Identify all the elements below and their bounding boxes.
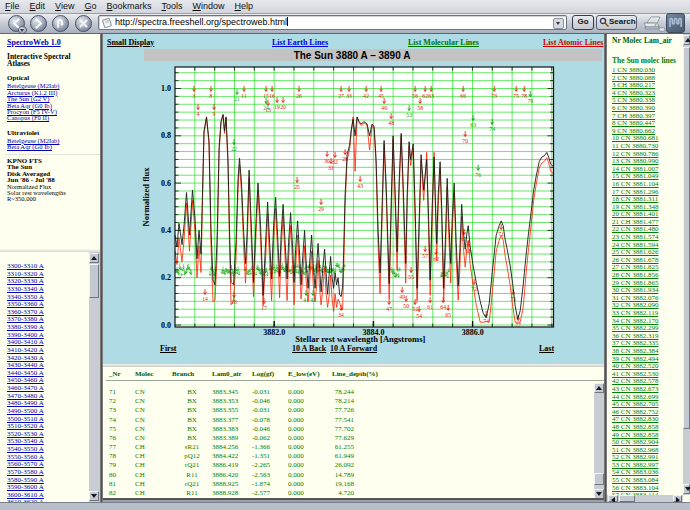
frameset: SpectroWeb 1.0 Interactive SpectralAtlas… (0, 34, 690, 502)
last-link[interactable]: Last (539, 344, 554, 353)
menu-edit[interactable]: Edit (25, 0, 51, 11)
table-cell: pQ12 (172, 452, 212, 461)
scroll-down-arrow[interactable] (683, 484, 690, 494)
svg-text:66: 66 (460, 93, 466, 99)
uv-atlas-link[interactable]: Beta Aqr (G0 Ib) (7, 144, 99, 150)
scroll-thumb[interactable] (594, 473, 604, 485)
table-header--nr: _Nr (106, 370, 135, 381)
sidebar-divider (5, 154, 100, 155)
molec-list-hscrollbar[interactable] (607, 495, 683, 502)
table-cell: CN (135, 388, 172, 397)
table-filler-cell (354, 406, 604, 415)
ranges-scrollbar[interactable] (89, 252, 100, 502)
table-cell: -0.046 (252, 425, 288, 434)
svg-text:46: 46 (381, 105, 387, 111)
svg-text:62: 62 (422, 93, 428, 99)
stop-button[interactable] (75, 15, 92, 32)
menu-bookmarks[interactable]: Bookmarks (101, 0, 156, 11)
table-cell: 77.726 (332, 406, 354, 415)
reload-icon (55, 18, 66, 29)
table-cell: 78.214 (332, 397, 354, 406)
svg-text:29: 29 (318, 206, 324, 212)
svg-text:73: 73 (491, 93, 497, 99)
scroll-thumb[interactable] (89, 264, 99, 298)
svg-text:74: 74 (489, 126, 495, 132)
list-molecular-lines-link[interactable]: List Molecular Lines (408, 38, 479, 47)
scroll-up-arrow[interactable] (594, 383, 604, 393)
optical-atlas-link[interactable]: Canopus (F0 II) (7, 115, 99, 121)
scroll-up-arrow[interactable] (89, 253, 99, 263)
frame-border-right[interactable] (604, 34, 607, 502)
search-button[interactable]: Search (596, 15, 637, 30)
scroll-thumb[interactable] (683, 47, 690, 429)
table-row: 80CHR113886.420-2.5630.00014.789 (106, 471, 604, 480)
scroll-thumb[interactable] (619, 495, 635, 502)
table-cell: 77.541 (332, 416, 354, 425)
svg-text:0.4: 0.4 (161, 226, 171, 235)
table-bottom-border (103, 498, 604, 500)
back-10a-link[interactable]: 10 A Back (292, 344, 326, 353)
title-band: The Sun 3880 A – 3890 A (144, 49, 602, 61)
url-dropdown-button[interactable] (553, 18, 564, 29)
svg-text:79: 79 (527, 98, 533, 104)
frame-border-main-horizontal[interactable] (103, 364, 604, 367)
first-link[interactable]: First (160, 344, 176, 353)
menu-window[interactable]: Window (187, 0, 229, 11)
forward-icon (33, 18, 44, 29)
frame-border-left-horizontal[interactable] (0, 249, 100, 252)
go-button[interactable]: Go (572, 15, 594, 30)
svg-text:0.2: 0.2 (161, 273, 171, 282)
stop-icon (78, 18, 89, 29)
browser-window: FileEditViewGoBookmarksToolsWindowHelp (0, 0, 690, 510)
table-cell: rQ21 (172, 461, 212, 470)
table-scrollbar[interactable] (594, 383, 604, 500)
menu-go[interactable]: Go (79, 0, 101, 11)
menu-file[interactable]: File (0, 0, 25, 11)
menu-view[interactable]: View (50, 0, 79, 11)
small-display-link[interactable]: Small Display (107, 38, 154, 47)
svg-text:16: 16 (269, 93, 275, 99)
svg-text:54: 54 (416, 313, 422, 319)
table-cell: CH (135, 443, 172, 452)
svg-text:70: 70 (462, 138, 468, 144)
throbber[interactable] (666, 13, 685, 33)
table-row: 72CNBX3883.353-0.0460.00078.214 (106, 397, 604, 406)
scroll-down-arrow[interactable] (89, 491, 99, 501)
frame-border-left[interactable] (100, 34, 103, 502)
table-filler-cell (354, 388, 604, 397)
table-cell: 3883.353 (212, 397, 252, 406)
scroll-left-arrow[interactable] (608, 495, 618, 502)
svg-text:48: 48 (388, 120, 394, 126)
spectroweb-home-link[interactable]: SpectroWeb 1.0 (7, 38, 99, 47)
table-cell: 3883.377 (212, 416, 252, 425)
svg-text:21: 21 (234, 96, 240, 102)
table-cell: 0.000 (288, 397, 332, 406)
svg-text:43: 43 (357, 183, 363, 189)
svg-text:26: 26 (296, 93, 302, 99)
table-filler-cell (354, 452, 604, 461)
scroll-up-arrow[interactable] (683, 35, 690, 45)
table-cell: 61.255 (332, 443, 354, 452)
list-atomic-lines-link[interactable]: List Atomic Lines (543, 38, 603, 47)
menu-tools[interactable]: Tools (156, 0, 187, 11)
table-cell: 0.000 (288, 443, 332, 452)
svg-text:31: 31 (328, 165, 334, 171)
frame-wavelength-ranges: 3300-3310 A3310-3320 A3320-3330 A3330-33… (0, 252, 100, 502)
table-row: 71CNBX3883.345-0.0310.00078.244 (106, 388, 604, 397)
svg-text:9: 9 (213, 111, 216, 117)
table-cell: sR21 (172, 443, 212, 452)
table-cell: 4.720 (332, 489, 354, 498)
forward-button[interactable] (30, 15, 47, 32)
list-earth-lines-link[interactable]: List Earth Lines (272, 38, 328, 47)
molec-list-vscrollbar[interactable] (683, 34, 690, 495)
table-filler-cell (354, 397, 604, 406)
menu-help[interactable]: Help (230, 0, 259, 11)
url-bar[interactable]: http://spectra.freeshell.org/spectroweb.… (98, 15, 567, 30)
table-cell: CH (135, 480, 172, 489)
forward-10a-link[interactable]: 10 A Forward (330, 344, 377, 353)
table-cell: 78 (106, 452, 135, 461)
reload-button[interactable] (52, 15, 69, 32)
table-cell: 0.000 (288, 461, 332, 470)
scroll-right-arrow[interactable] (673, 495, 682, 502)
back-dropdown[interactable] (18, 26, 27, 34)
